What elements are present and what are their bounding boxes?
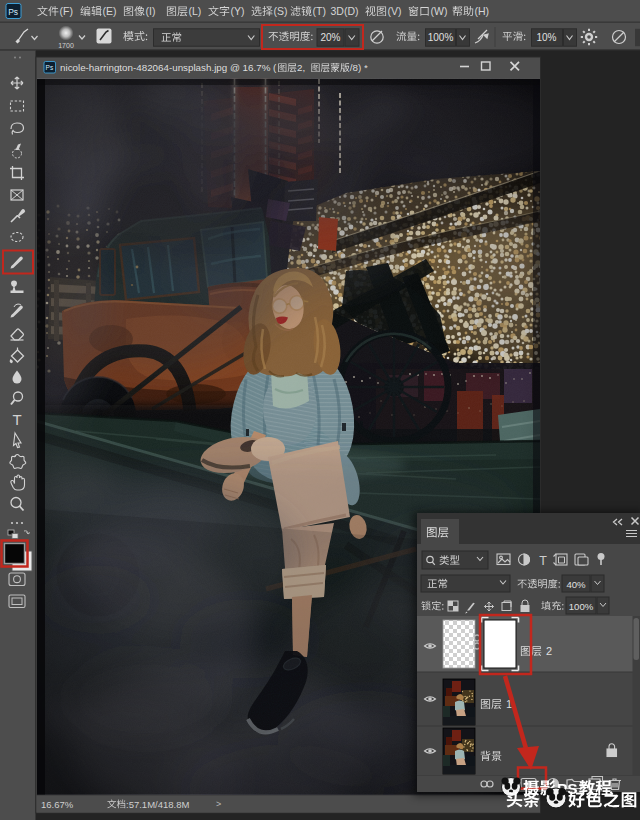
svg-text:(I): (I) [146, 5, 156, 17]
svg-text:(L): (L) [189, 5, 202, 17]
svg-text:100%: 100% [569, 601, 594, 612]
svg-text:2: 2 [546, 645, 552, 657]
svg-text:/8) *: /8) * [350, 62, 368, 73]
svg-text:40%: 40% [566, 579, 586, 590]
svg-text:(V): (V) [388, 5, 402, 17]
svg-text:(S): (S) [274, 5, 288, 17]
svg-text:20%: 20% [320, 32, 340, 43]
svg-text::57.1M/418.8M: :57.1M/418.8M [126, 799, 189, 810]
svg-text:(F): (F) [60, 5, 73, 17]
svg-text:>: > [216, 799, 221, 809]
svg-text:3D(D): 3D(D) [331, 5, 359, 17]
svg-text:Ps: Ps [8, 7, 18, 17]
svg-text:T: T [539, 554, 547, 568]
svg-text:(T): (T) [313, 5, 326, 17]
svg-text:Ps: Ps [46, 64, 54, 71]
svg-text:(H): (H) [475, 5, 490, 17]
svg-text:(E): (E) [103, 5, 117, 17]
svg-text:2,: 2, [297, 62, 305, 73]
svg-text:nicole-harrington-482064-unspl: nicole-harrington-482064-unsplash.jpg @ … [60, 62, 277, 73]
svg-text:10%: 10% [536, 32, 556, 43]
svg-text:T: T [12, 411, 21, 428]
svg-text:1700: 1700 [58, 42, 74, 49]
svg-text:(Y): (Y) [231, 5, 245, 17]
svg-text:16.67%: 16.67% [41, 799, 74, 810]
svg-text:100%: 100% [428, 32, 454, 43]
svg-text:(W): (W) [431, 5, 448, 17]
